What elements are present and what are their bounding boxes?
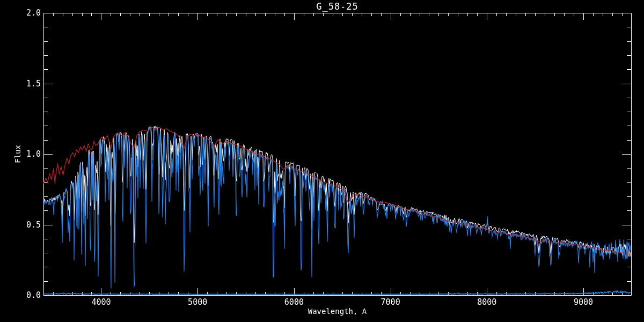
x-tick-label: 7000 <box>375 297 407 307</box>
x-tick-label: 9000 <box>567 297 599 307</box>
y-tick-label: 1.5 <box>16 79 41 89</box>
y-tick-label: 0.0 <box>16 290 41 300</box>
y-tick-label: 1.0 <box>16 149 41 159</box>
spectrum-plot-canvas <box>0 0 644 322</box>
spectrum-figure: G_58-25 Wavelength, A Flux 4000500060007… <box>0 0 644 322</box>
plot-title: G_58-25 <box>43 2 631 11</box>
x-axis-label: Wavelength, A <box>43 306 631 316</box>
y-tick-label: 0.5 <box>16 220 41 230</box>
x-tick-label: 4000 <box>85 297 117 307</box>
x-tick-label: 6000 <box>278 297 310 307</box>
y-tick-label: 2.0 <box>16 8 41 18</box>
x-tick-label: 8000 <box>471 297 503 307</box>
x-tick-label: 5000 <box>181 297 214 307</box>
